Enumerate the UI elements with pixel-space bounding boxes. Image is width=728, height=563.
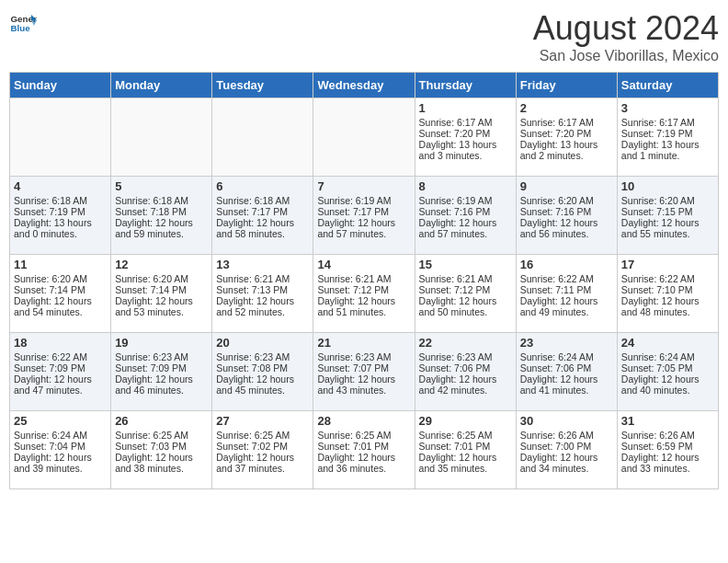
day-info: and 34 minutes. [520, 463, 613, 474]
day-info: Sunset: 7:14 PM [14, 284, 107, 295]
calendar-cell: 2Sunrise: 6:17 AMSunset: 7:20 PMDaylight… [516, 98, 617, 177]
day-info: Sunrise: 6:25 AM [419, 430, 512, 441]
day-info: and 57 minutes. [317, 228, 410, 239]
calendar-cell: 14Sunrise: 6:21 AMSunset: 7:12 PMDayligh… [313, 255, 415, 333]
calendar-cell: 16Sunrise: 6:22 AMSunset: 7:11 PMDayligh… [516, 255, 617, 333]
day-number: 17 [621, 258, 714, 271]
week-row-2: 4Sunrise: 6:18 AMSunset: 7:19 PMDaylight… [10, 177, 719, 255]
day-info: Sunrise: 6:20 AM [14, 273, 107, 284]
day-info: Sunrise: 6:25 AM [115, 430, 208, 441]
col-header-tuesday: Tuesday [212, 73, 313, 98]
day-info: Daylight: 12 hours [216, 295, 309, 306]
day-number: 13 [216, 258, 309, 271]
day-info: Sunset: 6:59 PM [621, 441, 714, 452]
header-row: SundayMondayTuesdayWednesdayThursdayFrid… [10, 73, 719, 98]
day-info: Daylight: 12 hours [115, 452, 208, 463]
day-info: and 0 minutes. [14, 228, 107, 239]
calendar-cell: 25Sunrise: 6:24 AMSunset: 7:04 PMDayligh… [10, 411, 111, 489]
calendar-cell: 22Sunrise: 6:23 AMSunset: 7:06 PMDayligh… [415, 333, 516, 411]
day-info: Sunset: 7:11 PM [520, 284, 613, 295]
calendar-cell: 27Sunrise: 6:25 AMSunset: 7:02 PMDayligh… [212, 411, 313, 489]
day-info: and 50 minutes. [419, 306, 512, 317]
week-row-5: 25Sunrise: 6:24 AMSunset: 7:04 PMDayligh… [10, 411, 719, 489]
col-header-saturday: Saturday [617, 73, 718, 98]
day-info: Sunrise: 6:17 AM [419, 117, 512, 128]
day-info: Sunset: 7:09 PM [14, 362, 107, 373]
day-info: Daylight: 12 hours [419, 295, 512, 306]
calendar-cell: 5Sunrise: 6:18 AMSunset: 7:18 PMDaylight… [111, 177, 212, 255]
day-number: 22 [419, 336, 512, 350]
day-info: Daylight: 12 hours [317, 452, 410, 463]
day-info: and 52 minutes. [216, 306, 309, 317]
calendar-cell: 30Sunrise: 6:26 AMSunset: 7:00 PMDayligh… [516, 411, 617, 489]
day-info: Sunset: 7:17 PM [317, 206, 410, 217]
day-info: Sunset: 7:19 PM [621, 128, 714, 139]
day-info: and 57 minutes. [419, 228, 512, 239]
day-info: Sunset: 7:02 PM [216, 441, 309, 452]
day-info: and 37 minutes. [216, 463, 309, 474]
day-info: and 41 minutes. [520, 385, 613, 396]
day-info: and 54 minutes. [14, 306, 107, 317]
day-info: Sunrise: 6:23 AM [317, 351, 410, 362]
day-info: and 39 minutes. [14, 463, 107, 474]
week-row-1: 1Sunrise: 6:17 AMSunset: 7:20 PMDaylight… [10, 98, 719, 177]
day-info: Sunrise: 6:22 AM [520, 273, 613, 284]
day-info: and 1 minute. [621, 150, 714, 161]
day-info: Daylight: 12 hours [621, 217, 714, 228]
day-info: and 55 minutes. [621, 228, 714, 239]
day-info: Daylight: 12 hours [520, 217, 613, 228]
day-info: Sunset: 7:14 PM [115, 284, 208, 295]
day-number: 20 [216, 336, 309, 350]
day-info: Sunrise: 6:22 AM [14, 351, 107, 362]
calendar-cell: 17Sunrise: 6:22 AMSunset: 7:10 PMDayligh… [617, 255, 718, 333]
day-info: Sunrise: 6:19 AM [419, 195, 512, 206]
day-number: 6 [216, 179, 309, 193]
calendar-cell: 29Sunrise: 6:25 AMSunset: 7:01 PMDayligh… [415, 411, 516, 489]
day-number: 7 [317, 179, 410, 193]
day-number: 30 [520, 414, 613, 428]
day-info: Sunrise: 6:20 AM [520, 195, 613, 206]
day-info: and 3 minutes. [419, 150, 512, 161]
day-info: and 49 minutes. [520, 306, 613, 317]
day-info: Sunrise: 6:24 AM [621, 351, 714, 362]
day-number: 26 [115, 414, 208, 428]
day-info: Daylight: 12 hours [621, 452, 714, 463]
day-info: and 48 minutes. [621, 306, 714, 317]
day-info: Daylight: 12 hours [419, 373, 512, 385]
day-number: 1 [419, 101, 512, 115]
day-info: and 40 minutes. [621, 385, 714, 396]
day-number: 4 [14, 179, 107, 193]
day-info: Sunrise: 6:21 AM [419, 273, 512, 284]
calendar-cell [111, 98, 212, 177]
calendar-cell [212, 98, 313, 177]
col-header-wednesday: Wednesday [313, 73, 415, 98]
day-number: 2 [520, 101, 613, 115]
day-number: 5 [115, 179, 208, 193]
day-info: Daylight: 12 hours [14, 295, 107, 306]
day-info: Sunset: 7:18 PM [115, 206, 208, 217]
day-number: 21 [317, 336, 410, 350]
main-title: August 2024 [533, 9, 719, 48]
day-info: Daylight: 13 hours [520, 139, 613, 150]
day-info: Sunrise: 6:25 AM [317, 430, 410, 441]
day-info: Sunrise: 6:26 AM [621, 430, 714, 441]
day-info: Daylight: 12 hours [317, 373, 410, 385]
day-info: Sunset: 7:05 PM [621, 362, 714, 373]
day-info: Sunset: 7:04 PM [14, 441, 107, 452]
day-info: Sunrise: 6:18 AM [115, 195, 208, 206]
day-info: Sunrise: 6:24 AM [14, 430, 107, 441]
day-info: Daylight: 12 hours [419, 452, 512, 463]
day-info: Sunrise: 6:17 AM [621, 117, 714, 128]
day-info: Sunset: 7:16 PM [520, 206, 613, 217]
calendar-cell: 31Sunrise: 6:26 AMSunset: 6:59 PMDayligh… [617, 411, 718, 489]
day-info: Daylight: 12 hours [115, 373, 208, 385]
page-header: General Blue August 2024 San Jose Vibori… [9, 9, 719, 64]
day-number: 18 [14, 336, 107, 350]
day-info: and 59 minutes. [115, 228, 208, 239]
logo: General Blue [9, 9, 37, 37]
day-info: Sunset: 7:01 PM [419, 441, 512, 452]
day-info: and 43 minutes. [317, 385, 410, 396]
calendar-cell: 7Sunrise: 6:19 AMSunset: 7:17 PMDaylight… [313, 177, 415, 255]
day-info: Sunrise: 6:23 AM [419, 351, 512, 362]
calendar-cell: 18Sunrise: 6:22 AMSunset: 7:09 PMDayligh… [10, 333, 111, 411]
